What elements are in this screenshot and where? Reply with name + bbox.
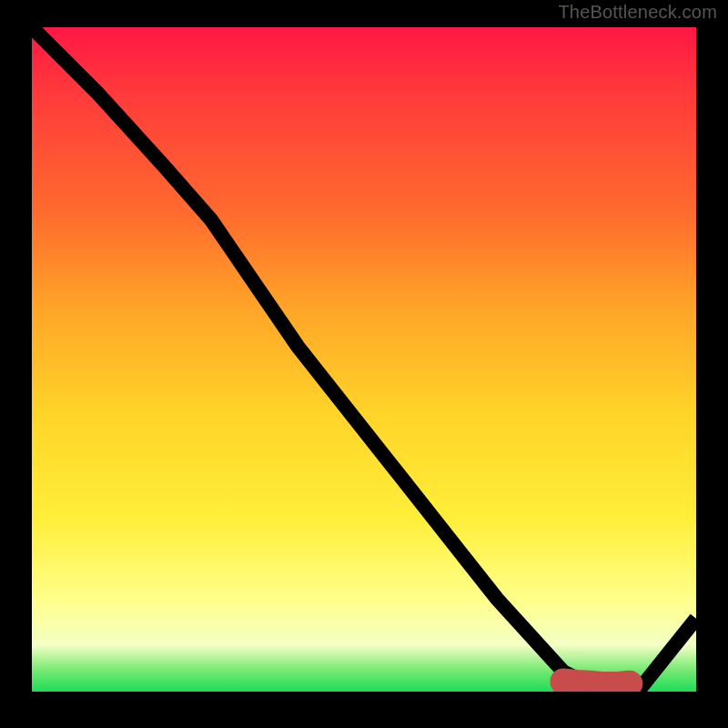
curve-layer bbox=[32, 27, 696, 692]
bottleneck-curve bbox=[32, 27, 696, 685]
chart-frame: TheBottleneck.com bbox=[0, 0, 728, 728]
optimal-range-marks bbox=[563, 682, 643, 685]
watermark-label: TheBottleneck.com bbox=[558, 2, 717, 23]
